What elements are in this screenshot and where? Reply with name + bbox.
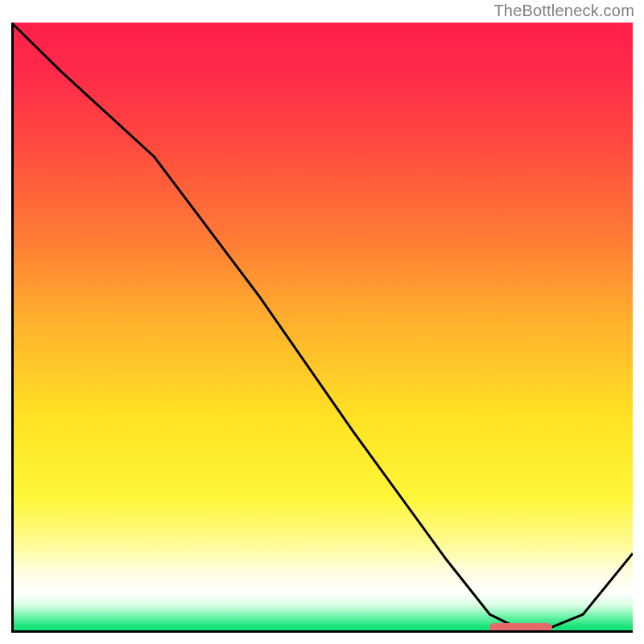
- bottleneck-curve: [11, 23, 633, 633]
- attribution-text: TheBottleneck.com: [493, 2, 634, 20]
- x-axis: [11, 630, 633, 633]
- plot-area: [11, 23, 633, 633]
- y-axis: [11, 23, 14, 633]
